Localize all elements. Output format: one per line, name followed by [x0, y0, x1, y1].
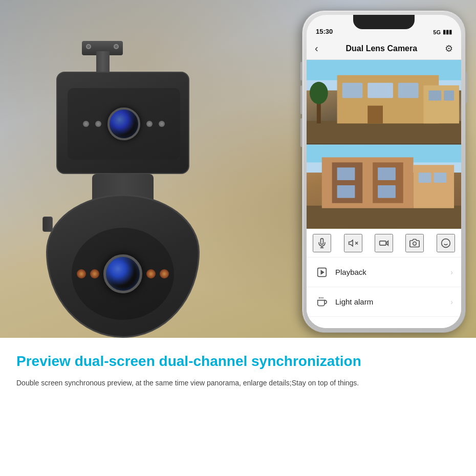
svg-rect-15	[307, 206, 461, 229]
svg-marker-38	[321, 270, 323, 274]
ptz-side-sensor	[42, 217, 53, 232]
motion-tracking-label: Motion Tracking	[335, 327, 450, 328]
ptz-led-left2	[90, 269, 99, 278]
playback-icon	[315, 265, 329, 279]
led-dot-left	[83, 121, 89, 127]
light-alarm-arrow: ›	[450, 298, 453, 306]
upper-main-lens	[107, 107, 140, 140]
phone-volume-down-button	[300, 118, 302, 147]
ptz-led-right	[146, 269, 156, 278]
feed-bottom-scene	[307, 144, 461, 229]
menu-list: Playback ›	[307, 257, 461, 328]
ptz-dome-inner	[72, 228, 174, 320]
back-button[interactable]: ‹	[315, 42, 318, 54]
svg-rect-6	[398, 83, 419, 98]
upper-camera-face	[68, 88, 180, 160]
svg-rect-2	[307, 121, 461, 144]
bottom-text-content: Preview dual-screen dual-channel synchro…	[16, 352, 460, 464]
phone-outer-frame: 15:30 5G ▮▮▮ ‹ Dual Lens Camera ⚙	[302, 10, 466, 333]
microphone-button[interactable]	[313, 234, 331, 252]
led-dot-left2	[95, 121, 101, 127]
page-container: 15:30 5G ▮▮▮ ‹ Dual Lens Camera ⚙	[0, 0, 476, 476]
led-dot-right	[146, 121, 153, 127]
playback-arrow: ›	[450, 268, 453, 276]
feed-top-scene	[307, 60, 461, 144]
svg-rect-24	[419, 172, 431, 183]
snapshot-button[interactable]	[405, 234, 424, 252]
phone-mute-button	[300, 62, 302, 80]
lens-group	[83, 107, 165, 140]
led-dot-right2	[159, 121, 165, 127]
light-alarm-label: Light alarm	[335, 297, 450, 306]
svg-marker-28	[349, 240, 353, 246]
status-time: 15:30	[316, 28, 333, 35]
product-image-section: 15:30 5G ▮▮▮ ‹ Dual Lens Camera ⚙	[0, 0, 476, 338]
mute-button[interactable]	[344, 234, 362, 252]
svg-point-9	[310, 82, 328, 104]
signal-icon: 5G	[433, 29, 441, 35]
app-header: ‹ Dual Lens Camera ⚙	[307, 37, 461, 60]
menu-item-playback[interactable]: Playback ›	[307, 257, 461, 287]
svg-rect-25	[434, 172, 446, 183]
app-title: Dual Lens Camera	[346, 44, 418, 53]
main-headline: Preview dual-screen dual-channel synchro…	[16, 352, 460, 370]
svg-rect-12	[444, 91, 454, 101]
battery-icon: ▮▮▮	[443, 29, 452, 35]
phone-mockup: 15:30 5G ▮▮▮ ‹ Dual Lens Camera ⚙	[302, 10, 466, 333]
controls-bar	[307, 229, 461, 257]
svg-rect-11	[428, 91, 441, 101]
settings-button[interactable]: ⚙	[445, 43, 453, 54]
playback-label: Playback	[335, 268, 450, 276]
svg-point-34	[441, 239, 450, 247]
svg-rect-23	[414, 165, 454, 208]
svg-rect-5	[367, 83, 393, 98]
motion-tracking-arrow: ›	[450, 328, 453, 329]
svg-rect-19	[337, 167, 355, 180]
motion-tracking-icon	[315, 324, 329, 329]
camera-product	[31, 31, 205, 317]
bracket-bolt-left	[86, 44, 91, 49]
phone-power-button	[465, 72, 467, 103]
svg-rect-20	[378, 167, 396, 180]
camera-feed-bottom[interactable]	[307, 144, 461, 229]
ptz-led-left	[77, 269, 86, 278]
ptz-dome-outer	[46, 194, 200, 338]
svg-rect-31	[380, 241, 386, 245]
bottom-text-section: Preview dual-screen dual-channel synchro…	[0, 338, 476, 476]
light-alarm-icon	[315, 295, 329, 309]
svg-rect-22	[378, 185, 396, 198]
svg-rect-21	[337, 185, 355, 198]
ptz-led-right2	[160, 269, 169, 278]
svg-point-33	[413, 242, 417, 245]
menu-item-light-alarm[interactable]: Light alarm ›	[307, 287, 461, 317]
svg-rect-4	[342, 83, 363, 98]
record-button[interactable]	[375, 234, 393, 252]
bracket-bolt-right	[114, 44, 119, 49]
svg-rect-7	[367, 105, 383, 123]
upper-camera-module	[56, 72, 189, 174]
sub-description: Double screen synchronous preview, at th…	[16, 377, 460, 388]
phone-screen: 15:30 5G ▮▮▮ ‹ Dual Lens Camera ⚙	[307, 15, 461, 328]
camera-feeds-area	[307, 60, 461, 229]
menu-item-motion-tracking[interactable]: Motion Tracking ›	[307, 317, 461, 328]
svg-rect-3	[337, 75, 439, 123]
face-button[interactable]	[437, 234, 455, 252]
camera-feed-top[interactable]	[307, 60, 461, 144]
lower-ptz-dome	[41, 174, 205, 338]
status-icons: 5G ▮▮▮	[433, 29, 452, 35]
ptz-main-lens	[103, 254, 142, 293]
phone-notch	[353, 15, 415, 29]
phone-volume-up-button	[300, 85, 302, 114]
